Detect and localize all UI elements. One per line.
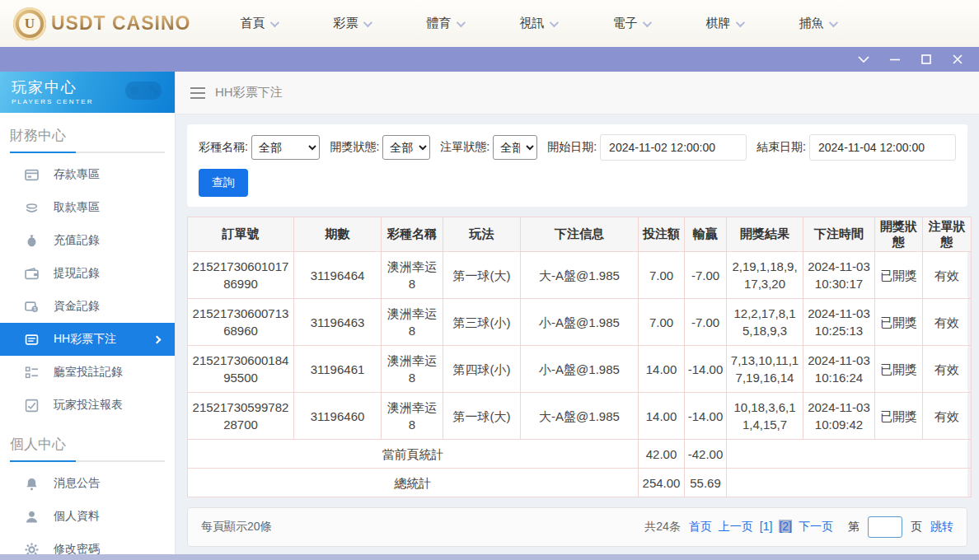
sidebar-item-廳室投註記錄[interactable]: 廳室投註記錄 xyxy=(0,356,175,389)
moneybag-icon xyxy=(25,234,39,248)
chevron-right-icon xyxy=(153,335,162,343)
chevron-down-icon xyxy=(550,17,559,26)
pager-link-2[interactable]: [1] xyxy=(760,520,773,533)
page-size-text: 每頁顯示20條 xyxy=(201,520,272,534)
bell-icon xyxy=(25,477,39,491)
sidebar-item-存款專區[interactable]: 存款專區 xyxy=(0,158,175,191)
sidebar-item-玩家投注報表[interactable]: 玩家投注報表 xyxy=(0,389,175,422)
column-header-7: 開獎結果 xyxy=(727,217,803,252)
cell-r3-c9: 已開獎 xyxy=(875,393,923,440)
cell-r0-c2: 澳洲幸运8 xyxy=(382,252,443,299)
lottery-name-select[interactable]: 全部 xyxy=(251,135,321,160)
draw-status-select[interactable]: 全部 xyxy=(382,135,430,160)
nav-item-4[interactable]: 電子 xyxy=(612,16,649,31)
window-maximize-icon[interactable] xyxy=(915,50,938,68)
sidebar-section-title: 個人中心 xyxy=(10,435,165,454)
gamepad-icon xyxy=(122,77,165,108)
total-count-text: 共24条 xyxy=(644,520,681,534)
sidebar-item-充值記錄[interactable]: 充值記錄 xyxy=(0,224,175,257)
user-icon xyxy=(25,510,39,524)
window-minimize-icon[interactable] xyxy=(883,50,906,68)
brand-logo[interactable]: U USDT CASINO xyxy=(13,7,190,40)
chevron-down-icon xyxy=(457,17,466,26)
current-page-summary-empty xyxy=(727,440,972,469)
cell-r0-c10: 有效 xyxy=(923,252,972,299)
deposit-card-icon xyxy=(25,168,39,182)
pager-link-0[interactable]: 首页 xyxy=(689,520,712,533)
lottery-ticket-icon xyxy=(25,333,39,347)
pager-links: 首页上一页[1][2]下一页 xyxy=(689,520,840,534)
nav-item-label: 電子 xyxy=(612,16,637,31)
cell-r1-c3: 第三球(小) xyxy=(443,299,521,346)
column-header-8: 下注時間 xyxy=(803,217,875,252)
breadcrumb: HH彩票下注 xyxy=(176,72,979,114)
bets-table: 訂單號期數彩種名稱玩法下注信息投注額輸贏開獎結果下注時間開獎狀態注單狀態 215… xyxy=(187,217,972,497)
current-page-summary-label: 當前頁統計 xyxy=(188,440,639,469)
nav-item-2[interactable]: 體育 xyxy=(426,16,463,31)
nav-item-5[interactable]: 棋牌 xyxy=(705,16,742,31)
cell-r3-c2: 澳洲幸运8 xyxy=(382,393,443,440)
sidebar-item-消息公告[interactable]: 消息公告 xyxy=(0,467,175,500)
lottery-name-label: 彩種名稱: xyxy=(199,140,248,155)
hamburger-menu-icon[interactable] xyxy=(190,87,205,99)
order-status-select[interactable]: 全部 xyxy=(493,135,537,160)
window-close-icon[interactable] xyxy=(946,50,969,68)
chevron-down-icon xyxy=(643,17,652,26)
sidebar-item-取款專區[interactable]: 取款專區 xyxy=(0,191,175,224)
nav-item-0[interactable]: 首頁 xyxy=(240,16,277,31)
pager-current-page[interactable]: [2] xyxy=(779,520,792,533)
page-jump-input[interactable] xyxy=(868,516,902,538)
cell-r2-c4: 小-A盤@1.985 xyxy=(521,346,639,393)
table-header-row: 訂單號期數彩種名稱玩法下注信息投注額輸贏開獎結果下注時間開獎狀態注單狀態 xyxy=(188,217,972,252)
pagination-bar: 每頁顯示20條 共24条 首页上一页[1][2]下一页 第 页 跳转 xyxy=(187,507,967,547)
pager-link-4[interactable]: 下一页 xyxy=(799,520,833,533)
jump-go-link[interactable]: 跳转 xyxy=(930,520,953,534)
end-date-input[interactable] xyxy=(809,134,956,161)
bottom-decor-strip xyxy=(0,554,979,560)
cell-r1-c6: -7.00 xyxy=(685,299,727,346)
sidebar-item-提現記錄[interactable]: 提現記錄 xyxy=(0,257,175,290)
pager-link-1[interactable]: 上一页 xyxy=(719,520,753,533)
cell-r3-c6: -14.00 xyxy=(685,393,727,440)
cell-r3-c8: 2024-11-03 10:09:42 xyxy=(803,393,875,440)
sidebar-item-label: 資金記錄 xyxy=(54,299,100,314)
gear-icon xyxy=(25,543,39,555)
table-row: 215217306010178699031196464澳洲幸运8第一球(大)大-… xyxy=(188,252,972,299)
sidebar-item-資金記錄[interactable]: $資金記錄 xyxy=(0,290,175,323)
cell-r1-c0: 2152173060071368960 xyxy=(188,299,294,346)
window-chevron-down-icon[interactable] xyxy=(852,50,875,68)
coin-logo-icon: U xyxy=(13,7,46,40)
cell-r0-c1: 31196464 xyxy=(294,252,382,299)
nav-item-label: 體育 xyxy=(426,16,451,31)
cell-r0-c4: 大-A盤@1.985 xyxy=(521,252,639,299)
top-nav: U USDT CASINO 首頁彩票體育視訊電子棋牌捕魚 xyxy=(0,0,979,47)
column-header-5: 投注額 xyxy=(639,217,685,252)
cell-r2-c5: 14.00 xyxy=(639,346,685,393)
search-button[interactable]: 查詢 xyxy=(199,169,248,197)
start-date-input[interactable] xyxy=(600,134,747,161)
sidebar-item-修改密碼[interactable]: 修改密碼 xyxy=(0,533,175,554)
bets-table-card: 訂單號期數彩種名稱玩法下注信息投注額輸贏開獎結果下注時間開獎狀態注單狀態 215… xyxy=(187,217,967,497)
nav-item-3[interactable]: 視訊 xyxy=(519,16,556,31)
nav-item-6[interactable]: 捕魚 xyxy=(799,16,836,31)
column-header-4: 下注信息 xyxy=(521,217,639,252)
cell-r1-c8: 2024-11-03 10:25:13 xyxy=(803,299,875,346)
cell-r2-c3: 第四球(小) xyxy=(443,346,521,393)
sidebar-item-個人資料[interactable]: 個人資料 xyxy=(0,500,175,533)
cell-r3-c0: 2152173059978228700 xyxy=(188,393,294,440)
cell-r2-c8: 2024-11-03 10:16:24 xyxy=(803,346,875,393)
sidebar-item-HH彩票下注[interactable]: HH彩票下注 xyxy=(0,323,175,356)
cell-r3-c3: 第一球(大) xyxy=(443,393,521,440)
current-page-bet-total: 42.00 xyxy=(639,440,685,469)
svg-text:$: $ xyxy=(34,306,36,311)
sidebar-item-label: 提現記錄 xyxy=(54,266,100,281)
cell-r2-c6: -14.00 xyxy=(685,346,727,393)
table-row: 215217306007136896031196463澳洲幸运8第三球(小)小-… xyxy=(188,299,972,346)
section-underline xyxy=(10,460,165,462)
column-header-3: 玩法 xyxy=(443,217,521,252)
sidebar-section-title: 財務中心 xyxy=(10,126,165,145)
sidebar-item-label: HH彩票下注 xyxy=(54,332,116,347)
report-icon xyxy=(25,399,39,413)
nav-item-1[interactable]: 彩票 xyxy=(333,16,370,31)
cell-r1-c5: 7.00 xyxy=(639,299,685,346)
